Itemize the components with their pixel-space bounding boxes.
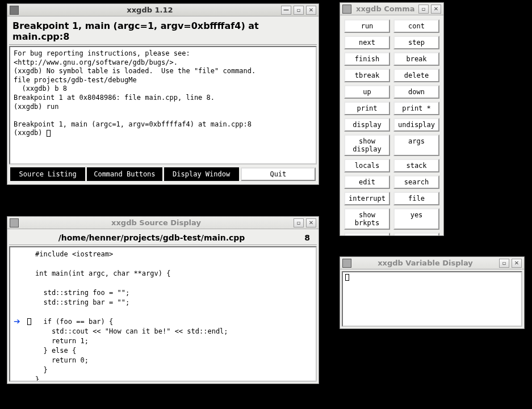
- source-gutter: ➔: [10, 247, 28, 381]
- breakpoint-header: Breakpoint 1, main (argc=1, argv=0xbffff…: [9, 18, 317, 45]
- xxgdb-variable-window: xxgdb Variable Display ▫ ✕: [340, 256, 525, 329]
- cmd-run-button[interactable]: run: [344, 19, 390, 33]
- cmd-up-button[interactable]: up: [344, 85, 390, 99]
- xxgdb-command-window: xxgdb Comma ▫ ✕ runcontnextstepfinishbre…: [340, 2, 444, 236]
- maximize-button[interactable]: ▫: [294, 6, 304, 15]
- cmd-step-button[interactable]: step: [393, 36, 439, 49]
- app-icon: [342, 5, 351, 14]
- variable-title: xxgdb Variable Display: [354, 259, 497, 267]
- cmd-args-button[interactable]: args: [393, 134, 439, 156]
- close-button[interactable]: ✕: [512, 259, 522, 268]
- source-path: /home/henner/projects/gdb-test/main.cpp: [12, 233, 291, 242]
- current-line-arrow-icon: ➔: [14, 317, 20, 326]
- cmd-display-button[interactable]: display: [344, 118, 390, 132]
- cmd-print-button[interactable]: print: [344, 102, 390, 115]
- source-titlebar: xxgdb Source Display ▫ ✕: [7, 217, 319, 229]
- cmd-undisplay-button[interactable]: undisplay: [393, 118, 439, 132]
- maximize-button[interactable]: ▫: [294, 218, 304, 227]
- close-button[interactable]: ✕: [306, 6, 316, 15]
- source-listing-button[interactable]: Source Listing: [10, 167, 85, 181]
- command-grid: runcontnextstepfinishbreaktbreakdeleteup…: [342, 17, 442, 235]
- source-header: /home/henner/projects/gdb-test/main.cpp …: [9, 231, 317, 245]
- cmd-edit-button[interactable]: edit: [344, 175, 390, 189]
- command-buttons-button[interactable]: Command Buttons: [87, 167, 162, 181]
- source-cursor: [27, 318, 31, 325]
- app-icon: [10, 6, 19, 15]
- cmd-next-button[interactable]: next: [344, 36, 390, 49]
- cmd-delete-button[interactable]: delete: [393, 69, 439, 82]
- cmd-file-button[interactable]: file: [393, 192, 439, 205]
- cmd-yes-button[interactable]: yes: [393, 208, 439, 230]
- cmd-search-button[interactable]: search: [393, 175, 439, 189]
- cmd-finish-button[interactable]: finish: [344, 52, 390, 66]
- bottom-button-bar: Source Listing Command Buttons Display W…: [9, 166, 317, 183]
- cmd-locals-button[interactable]: locals: [344, 159, 390, 172]
- variable-display-area[interactable]: [342, 271, 522, 327]
- quit-button[interactable]: Quit: [241, 167, 316, 181]
- cmd-interrupt-button[interactable]: interrupt: [344, 192, 390, 205]
- cmd-stack-button[interactable]: stack: [393, 159, 439, 172]
- cmd-show-brkpts-button[interactable]: show brkpts: [344, 208, 390, 230]
- maximize-button[interactable]: ▫: [499, 259, 509, 268]
- app-icon: [10, 218, 19, 227]
- close-button[interactable]: ✕: [431, 5, 441, 14]
- xxgdb-main-window: xxgdb 1.12 — ▫ ✕ Breakpoint 1, main (arg…: [7, 3, 319, 185]
- xxgdb-source-window: xxgdb Source Display ▫ ✕ /home/henner/pr…: [7, 216, 319, 384]
- cmd-print--button[interactable]: print *: [393, 102, 439, 115]
- main-titlebar: xxgdb 1.12 — ▫ ✕: [7, 4, 319, 16]
- command-titlebar: xxgdb Comma ▫ ✕: [340, 3, 443, 15]
- console-cursor: [47, 130, 51, 137]
- main-title: xxgdb 1.12: [21, 6, 279, 14]
- source-title: xxgdb Source Display: [21, 218, 291, 227]
- variable-titlebar: xxgdb Variable Display ▫ ✕: [340, 257, 524, 269]
- cmd-no-button[interactable]: no: [344, 233, 390, 235]
- cmd-show-display-button[interactable]: show display: [344, 134, 390, 156]
- minimize-button[interactable]: —: [281, 6, 291, 15]
- cmd-cont-button[interactable]: cont: [393, 19, 439, 33]
- source-code-text: #include <iostream> int main(int argc, c…: [35, 250, 313, 382]
- cmd-break-button[interactable]: break: [393, 52, 439, 66]
- gdb-console[interactable]: For bug reporting instructions, please s…: [9, 46, 317, 165]
- cmd-down-button[interactable]: down: [393, 85, 439, 99]
- cmd-tbreak-button[interactable]: tbreak: [344, 69, 390, 82]
- close-button[interactable]: ✕: [306, 218, 316, 227]
- maximize-button[interactable]: ▫: [418, 5, 429, 14]
- source-code-area[interactable]: ➔ #include <iostream> int main(int argc,…: [9, 246, 317, 382]
- app-icon: [342, 259, 351, 268]
- command-title: xxgdb Comma: [354, 5, 416, 13]
- source-current-line: 8: [291, 233, 313, 242]
- cmd-quit-button[interactable]: quit: [393, 233, 439, 235]
- variable-cursor: [345, 274, 349, 281]
- display-window-button[interactable]: Display Window: [164, 167, 239, 181]
